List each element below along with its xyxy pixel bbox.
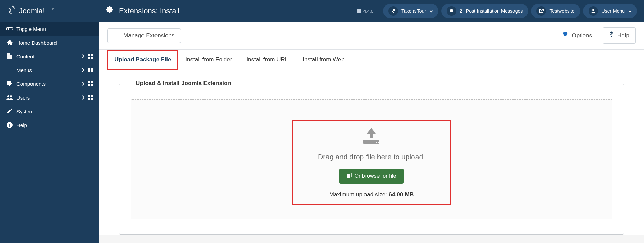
chevron-right-icon <box>79 68 87 72</box>
wrench-icon <box>5 108 14 114</box>
puzzle-icon <box>5 81 14 87</box>
open-site-button[interactable]: Testwebsite <box>531 4 580 18</box>
brand-logo[interactable]: Joomla! ® <box>0 0 99 22</box>
svg-point-33 <box>359 11 361 13</box>
sidebar-label: Home Dashboard <box>16 40 94 46</box>
sidebar-item-users[interactable]: Users <box>0 91 99 104</box>
svg-rect-16 <box>88 70 90 72</box>
fieldset-legend: Upload & Install Joomla Extension <box>129 80 237 87</box>
svg-rect-43 <box>378 142 379 143</box>
upload-dropzone[interactable]: Drag and drop file here to upload. Or br… <box>131 99 612 219</box>
manage-extensions-button[interactable]: Manage Extensions <box>107 28 181 43</box>
svg-rect-5 <box>91 54 93 56</box>
sidebar-toggle-menu[interactable]: Toggle Menu <box>0 22 99 36</box>
svg-rect-20 <box>88 84 90 86</box>
sidebar-toggle-label: Toggle Menu <box>16 26 94 32</box>
svg-rect-38 <box>115 35 120 35</box>
svg-rect-21 <box>91 84 93 86</box>
options-button[interactable]: Options <box>556 28 598 43</box>
svg-rect-7 <box>91 57 93 59</box>
chevron-down-icon <box>628 8 632 14</box>
post-install-messages-button[interactable]: 2 Post Installation Messages <box>441 4 528 18</box>
sidebar-item-components[interactable]: Components <box>0 77 99 91</box>
list-icon <box>114 32 120 39</box>
svg-rect-11 <box>8 70 13 70</box>
svg-point-30 <box>357 9 359 11</box>
user-icon <box>589 6 598 16</box>
take-tour-button[interactable]: Take a Tour <box>383 4 438 18</box>
home-icon <box>5 40 14 45</box>
dashboard-grid-icon[interactable] <box>87 81 94 86</box>
users-icon <box>5 95 14 100</box>
svg-rect-19 <box>91 81 93 83</box>
dashboard-grid-icon[interactable] <box>87 68 94 72</box>
sidebar-item-home[interactable]: Home Dashboard <box>0 36 99 49</box>
chevron-right-icon <box>79 82 87 86</box>
svg-rect-26 <box>88 98 90 100</box>
svg-rect-15 <box>91 68 93 70</box>
post-install-label: Post Installation Messages <box>466 8 523 14</box>
svg-point-23 <box>10 95 12 97</box>
svg-rect-27 <box>91 98 93 100</box>
copy-icon <box>347 173 352 180</box>
take-tour-label: Take a Tour <box>401 8 426 14</box>
dashboard-grid-icon[interactable] <box>87 54 94 59</box>
map-signs-icon <box>388 6 398 16</box>
svg-rect-9 <box>8 68 13 68</box>
svg-text:i: i <box>9 123 10 128</box>
svg-rect-8 <box>7 68 8 68</box>
external-link-icon <box>536 6 546 16</box>
chevron-down-icon <box>430 8 433 14</box>
upload-fieldset: Upload & Install Joomla Extension Drag a… <box>119 84 624 235</box>
svg-rect-41 <box>363 140 379 144</box>
chevron-right-icon <box>79 95 87 100</box>
dropzone-text: Drag and drop file here to upload. <box>318 153 425 161</box>
tab-install-web[interactable]: Install from Web <box>295 50 352 70</box>
joomla-mini-icon <box>357 9 361 13</box>
dashboard-grid-icon[interactable] <box>87 95 94 100</box>
help-button[interactable]: Help <box>603 27 636 44</box>
tab-install-folder[interactable]: Install from Folder <box>178 50 239 70</box>
install-tabs: Upload Package File Install from Folder … <box>107 50 636 70</box>
svg-rect-36 <box>115 33 120 33</box>
upload-icon <box>362 127 381 145</box>
sidebar-label: Users <box>16 95 79 101</box>
svg-point-3 <box>8 28 9 30</box>
sidebar-item-help[interactable]: i Help <box>0 118 99 132</box>
page-title-text: Extensions: Install <box>119 7 179 15</box>
sidebar-label: Components <box>16 81 79 87</box>
tab-install-url[interactable]: Install from URL <box>239 50 295 70</box>
svg-text:®: ® <box>52 7 54 10</box>
tab-upload-package[interactable]: Upload Package File <box>107 50 178 70</box>
sidebar-item-system[interactable]: System <box>0 104 99 118</box>
joomla-logo-icon: Joomla! ® <box>5 5 61 17</box>
svg-rect-25 <box>91 95 93 97</box>
options-label: Options <box>572 32 592 39</box>
svg-point-31 <box>359 9 361 11</box>
browse-file-button[interactable]: Or browse for file <box>339 169 404 184</box>
svg-rect-12 <box>7 72 8 72</box>
sidebar-label: Content <box>16 54 79 59</box>
svg-rect-13 <box>8 72 13 72</box>
gear-icon <box>562 32 568 39</box>
user-menu-button[interactable]: User Menu <box>583 4 637 18</box>
site-name-label: Testwebsite <box>549 8 574 14</box>
list-icon <box>5 68 14 72</box>
svg-text:Joomla!: Joomla! <box>19 7 45 15</box>
svg-rect-42 <box>376 142 377 143</box>
page-title: Extensions: Install <box>106 6 179 16</box>
sidebar-label: System <box>16 108 94 114</box>
file-icon <box>5 53 14 59</box>
svg-rect-14 <box>88 68 90 70</box>
version-badge: 4.4.0 <box>357 9 373 14</box>
bell-icon <box>447 6 456 16</box>
notif-count: 2 <box>460 8 462 14</box>
sidebar-item-menus[interactable]: Menus <box>0 63 99 77</box>
highlight-frame: Drag and drop file here to upload. Or br… <box>292 120 451 205</box>
puzzle-icon <box>106 6 114 16</box>
sidebar-label: Help <box>16 122 94 128</box>
question-icon <box>609 31 614 40</box>
sidebar-item-content[interactable]: Content <box>0 49 99 63</box>
svg-point-34 <box>592 9 594 11</box>
svg-rect-2 <box>6 28 13 30</box>
